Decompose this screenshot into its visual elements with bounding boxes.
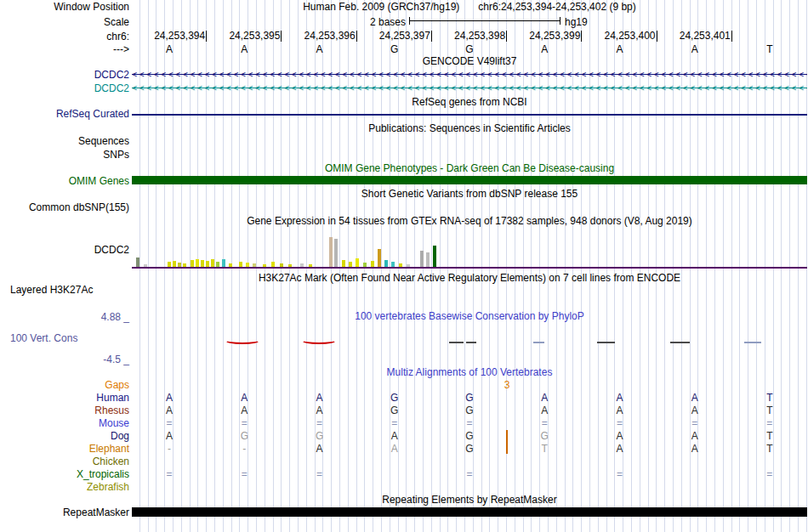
repeatmasker-bar[interactable] xyxy=(132,507,807,517)
scale-value: 2 bases xyxy=(336,16,406,28)
coordinate-tick-label: 24,253,395 xyxy=(208,31,282,42)
repeatmasker-title[interactable]: Repeating Elements by RepeatMasker xyxy=(132,495,807,506)
publications-title[interactable]: Publications: Sequences in Scientific Ar… xyxy=(132,123,807,134)
gencode-transcript-label-2[interactable]: DCDC2 xyxy=(94,82,129,94)
h3k27ac-title[interactable]: H3K27Ac Mark (Often Found Near Active Re… xyxy=(132,273,807,284)
gencode-transcript[interactable]: <<<<<<<<<<<<<<<<<<<<<<<<<<<<<<<<<<<<<<<<… xyxy=(132,70,807,79)
alignment-base-human: A xyxy=(166,392,173,404)
gtex-expression-bar[interactable] xyxy=(211,259,214,267)
snps-label[interactable]: SNPs xyxy=(103,149,129,161)
dbsnp-title[interactable]: Short Genetic Variants from dbSNP releas… xyxy=(132,189,807,200)
reference-base: A xyxy=(616,43,623,55)
reference-base: G xyxy=(390,43,398,55)
alignment-base-x-tropicalis: = xyxy=(316,468,322,480)
alignment-base-mouse: = xyxy=(316,417,322,429)
coordinate-tick-label: 24,253,399 xyxy=(508,31,582,42)
alignment-insert-marker xyxy=(506,430,508,454)
multiz-title[interactable]: Multiz Alignments of 100 Vertebrates xyxy=(132,367,807,378)
gtex-expression-bar[interactable] xyxy=(384,260,388,267)
alignment-base-dog: T xyxy=(766,430,772,442)
gtex-bar-chart[interactable] xyxy=(132,233,807,267)
coordinate-tick-label: 24,253,394 xyxy=(133,31,207,42)
conservation-dip-mark xyxy=(225,337,260,344)
coordinate-tick-label: 24,253,396 xyxy=(283,31,357,42)
conservation-dip-mark xyxy=(301,337,337,344)
alignment-base-human: G xyxy=(390,392,398,404)
alignment-base-elephant: A xyxy=(316,443,323,455)
gencode-transcript-label-1[interactable]: DCDC2 xyxy=(94,69,129,81)
alignment-base-dog: A xyxy=(391,430,398,442)
refseq-title[interactable]: RefSeq genes from NCBI xyxy=(132,97,807,108)
gtex-expression-bar[interactable] xyxy=(196,259,199,267)
layered-h3k27ac-label[interactable]: Layered H3K27Ac xyxy=(10,284,93,296)
alignment-base-elephant: A xyxy=(616,443,623,455)
alignment-base-x-tropicalis: = xyxy=(242,468,248,480)
coordinate-tick-label: 24,253,398 xyxy=(433,31,507,42)
conservation-title[interactable]: 100 vertebrates Basewise Conservation by… xyxy=(132,311,807,322)
gtex-expression-bar[interactable] xyxy=(191,260,194,267)
cons-track-label[interactable]: 100 Vert. Cons xyxy=(10,332,77,344)
gtex-expression-bar[interactable] xyxy=(433,246,436,267)
coordinate-tick-label: 24,253,397 xyxy=(358,31,432,42)
gtex-expression-bar[interactable] xyxy=(378,249,381,267)
conservation-dash-mark xyxy=(466,342,476,343)
reference-base: A xyxy=(541,43,548,55)
gtex-expression-bar[interactable] xyxy=(342,260,345,267)
scale-label: Scale xyxy=(104,16,129,28)
gtex-expression-bar[interactable] xyxy=(420,251,424,267)
conservation-dash-mark xyxy=(597,342,615,343)
gtex-expression-bar[interactable] xyxy=(426,252,430,267)
alignment-base-x-tropicalis: = xyxy=(167,468,173,480)
species-label-dog[interactable]: Dog xyxy=(111,430,129,442)
species-label-human[interactable]: Human xyxy=(96,392,129,404)
alignment-base-rhesus: A xyxy=(241,405,248,416)
alignment-base-elephant: - xyxy=(168,443,171,455)
alignment-base-x-tropicalis: = xyxy=(766,468,772,480)
omim-title[interactable]: OMIM Gene Phenotypes - Dark Green Can Be… xyxy=(132,163,807,174)
species-label-chicken[interactable]: Chicken xyxy=(93,456,129,467)
scale-bar xyxy=(409,17,560,25)
alignment-base-human: A xyxy=(316,392,323,404)
alignment-base-dog: G xyxy=(241,430,248,442)
alignment-base-rhesus: T xyxy=(766,405,772,416)
gtex-expression-bar[interactable] xyxy=(222,259,225,267)
gtex-expression-bar[interactable] xyxy=(201,260,204,267)
gtex-expression-bar[interactable] xyxy=(173,261,176,267)
omim-genes-label[interactable]: OMIM Genes xyxy=(69,175,129,187)
species-label-elephant[interactable]: Elephant xyxy=(89,443,129,455)
alignment-base-mouse: = xyxy=(617,417,623,429)
reference-base: G xyxy=(465,43,473,55)
gtex-expression-bar[interactable] xyxy=(371,261,374,267)
omim-genes-bar[interactable] xyxy=(132,176,807,184)
species-label-x-tropicalis[interactable]: X_tropicalis xyxy=(77,468,129,480)
refseq-curated-line[interactable] xyxy=(132,114,807,116)
alignment-base-mouse: = xyxy=(466,417,472,429)
gtex-expression-bar[interactable] xyxy=(206,261,209,267)
common-dbsnp-label[interactable]: Common dbSNP(155) xyxy=(29,201,129,213)
gtex-expression-bar[interactable] xyxy=(329,237,333,267)
gtex-gene-label[interactable]: DCDC2 xyxy=(94,244,129,256)
gtex-expression-bar[interactable] xyxy=(136,258,139,267)
gencode-title[interactable]: GENCODE V49lift37 xyxy=(132,56,807,67)
reference-base: A xyxy=(241,43,248,55)
conservation-dash-mark xyxy=(744,342,761,343)
gencode-transcript[interactable]: <<<<<<<<<<<<<<<<<<<<<<<<<<<<<<<<<<<<<<<<… xyxy=(132,83,807,93)
alignment-base-rhesus: G xyxy=(390,405,398,416)
species-label-rhesus[interactable]: Rhesus xyxy=(94,405,129,416)
phylop-max-label: 4.88 _ xyxy=(101,311,129,323)
species-label-zebrafish[interactable]: Zebrafish xyxy=(87,481,129,493)
repeatmasker-label[interactable]: RepeatMasker xyxy=(63,507,129,518)
species-label-mouse[interactable]: Mouse xyxy=(99,417,129,429)
alignment-base-mouse: = xyxy=(167,417,173,429)
alignment-base-elephant: T xyxy=(542,443,548,455)
gtex-title[interactable]: Gene Expression in 54 tissues from GTEx … xyxy=(132,216,807,227)
refseq-curated-label[interactable]: RefSeq Curated xyxy=(56,108,129,120)
alignment-base-elephant: A xyxy=(691,443,698,455)
alignment-base-rhesus: A xyxy=(541,405,548,416)
header-row: Human Feb. 2009 (GRCh37/hg19) chr6:24,25… xyxy=(132,1,807,13)
genome-browser-image: Human Feb. 2009 (GRCh37/hg19) chr6:24,25… xyxy=(0,0,808,532)
gtex-expression-bar[interactable] xyxy=(334,239,338,267)
sequences-label[interactable]: Sequences xyxy=(78,135,129,147)
gtex-expression-bar[interactable] xyxy=(356,258,359,267)
alignment-base-human: A xyxy=(541,392,548,404)
